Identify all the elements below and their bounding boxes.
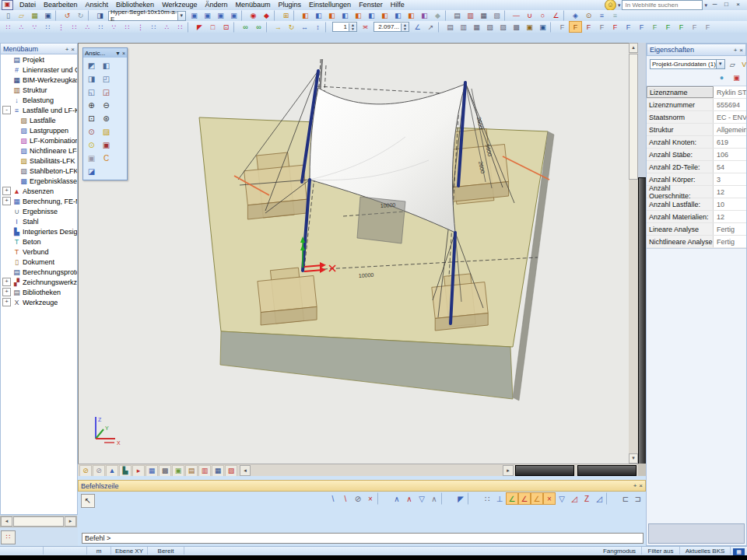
- loadcase-tool-icon[interactable]: ◧: [312, 10, 325, 22]
- draw-line-icon[interactable]: —: [510, 10, 523, 22]
- print-preview-icon[interactable]: ◨: [93, 10, 107, 22]
- result-flag-icon[interactable]: F: [661, 21, 675, 33]
- node-copy-icon[interactable]: ∵: [107, 21, 121, 33]
- new-file-icon[interactable]: ▯: [2, 10, 15, 22]
- tree-item-lf-kombinationen[interactable]: ▨ LF-Kombinationen: [1, 135, 77, 145]
- views-floating-toolbar[interactable]: Ansic... ▼ × ◩◧◨◰◱◲⊕⊖⊡⊛⊙▨⊙▣▣C◪: [82, 47, 128, 180]
- grid-snap-icon[interactable]: ∷: [481, 492, 493, 505]
- result-flag-icon[interactable]: F: [701, 21, 714, 33]
- previous-view-icon[interactable]: ▨: [99, 125, 114, 138]
- property-row[interactable]: Lizenzname Ryklin STATIK: [647, 86, 746, 99]
- tree-item-struktur[interactable]: ▥ Struktur: [1, 85, 77, 95]
- zoom-all-icon[interactable]: ⊛: [99, 112, 114, 125]
- toolbar-icon[interactable]: [88, 10, 93, 21]
- pin-icon[interactable]: +: [633, 482, 637, 489]
- incline-icon[interactable]: ◿: [568, 492, 580, 505]
- grid-tab-icon[interactable]: ▧: [225, 465, 237, 477]
- scale-spinner[interactable]: 2.097... ▲▼: [374, 22, 409, 32]
- snap-icon[interactable]: [468, 492, 480, 505]
- snap-near-icon[interactable]: ∧: [428, 492, 440, 505]
- loadcase-tool-icon[interactable]: ◧: [325, 10, 338, 22]
- tree-item-projekt[interactable]: ▤ Projekt: [1, 54, 77, 65]
- lightning-icon[interactable]: V: [738, 58, 747, 70]
- save-all-icon[interactable]: ▦: [28, 10, 41, 22]
- delta-snap-icon[interactable]: ×: [543, 492, 556, 505]
- status-segment[interactable]: Aktuelles BKS: [680, 547, 731, 555]
- visibility-all-icon[interactable]: ∞: [252, 21, 265, 33]
- result-flag-icon[interactable]: F: [556, 21, 569, 33]
- property-row[interactable]: Anzahl Materialien: 12: [647, 211, 746, 223]
- result-flag-icon[interactable]: F: [569, 21, 582, 33]
- toolbar-icon[interactable]: [188, 22, 192, 33]
- polar-snap-icon[interactable]: ∠: [518, 492, 531, 505]
- combo-dropdown-icon[interactable]: ▼: [716, 60, 724, 68]
- pointer-mode-button[interactable]: ↖: [81, 494, 95, 508]
- tree-item-belastung[interactable]: ↓ Belastung: [1, 95, 77, 105]
- factor-spinner[interactable]: 1 ▲▼: [332, 22, 357, 32]
- loadcase-tool-icon[interactable]: ◧: [378, 10, 391, 22]
- red-doc-tab-icon[interactable]: ▥: [198, 465, 211, 477]
- render-mode-icon[interactable]: ▣: [523, 21, 536, 33]
- close-icon[interactable]: ×: [639, 482, 643, 489]
- property-row[interactable]: Struktur Allgemein XYZ: [647, 124, 746, 136]
- view-back-icon[interactable]: ◱: [84, 86, 99, 99]
- loadcase-tool-icon[interactable]: ◧: [365, 10, 378, 22]
- protocol-icon[interactable]: ▦: [477, 10, 490, 22]
- open-file-icon[interactable]: ▱: [15, 10, 28, 22]
- combo-dropdown-icon[interactable]: ▼: [177, 12, 185, 20]
- property-row[interactable]: Anzahl Querschnitte: 12: [647, 186, 746, 198]
- ruler-h-icon[interactable]: ⊏: [619, 492, 632, 505]
- viewport-3d[interactable]: 10000 10000 2600 5600 2600: [78, 43, 630, 464]
- minimize-button[interactable]: ─: [709, 0, 721, 10]
- tree-item-verbund[interactable]: T Verbund: [1, 247, 77, 257]
- clip-box-icon[interactable]: ▣: [99, 138, 114, 152]
- tree-expander-icon[interactable]: -: [2, 106, 11, 114]
- toolbar-icon[interactable]: [325, 22, 330, 33]
- clip-gray-icon[interactable]: ⊘: [93, 465, 105, 477]
- viewport-vertical-scrollbar[interactable]: ▴ ▾: [629, 43, 638, 464]
- node-copy-icon[interactable]: ∵: [28, 21, 41, 33]
- restore-button[interactable]: □: [721, 0, 732, 10]
- ortho-icon[interactable]: ⊥: [493, 492, 506, 505]
- toolbar-icon[interactable]: [563, 10, 568, 21]
- spin-down-icon[interactable]: ▼: [349, 27, 356, 31]
- scroll-right-icon[interactable]: ▸: [65, 516, 76, 527]
- tree-item-nichtlineare-lf[interactable]: ▨ Nichtlineare LF-Kombin: [1, 145, 77, 156]
- loadcase-tool-icon[interactable]: ◧: [352, 10, 365, 22]
- lamp-icon[interactable]: ⊙: [84, 138, 99, 152]
- command-input[interactable]: Befehl >: [82, 533, 644, 544]
- clip-gold-icon[interactable]: ⊘: [79, 465, 92, 477]
- render-mode-icon[interactable]: ▣: [536, 21, 549, 33]
- snap-intersect-icon[interactable]: ∧: [403, 492, 416, 505]
- select-special-icon[interactable]: ⊡: [219, 21, 233, 33]
- node-copy-icon[interactable]: ∴: [15, 21, 28, 33]
- menu-item[interactable]: Hilfe: [387, 0, 409, 10]
- rotate-icon[interactable]: ↻: [285, 21, 298, 33]
- mesh-tab-icon[interactable]: ▩: [159, 465, 171, 477]
- ucs-icon[interactable]: C: [99, 152, 114, 165]
- list-pages-icon[interactable]: ≡: [608, 10, 622, 22]
- snap-endpoint-icon[interactable]: \: [339, 492, 352, 505]
- tree-item-stabilitaets-lfk[interactable]: ▨ Stabilitäts-LFK: [1, 156, 77, 166]
- tree-expander-icon[interactable]: +: [2, 278, 11, 286]
- scroll-up-icon[interactable]: ▴: [629, 43, 638, 53]
- toolbar-icon[interactable]: [274, 10, 279, 21]
- menu-item[interactable]: Fenster: [355, 0, 387, 10]
- loadcase-tool-icon[interactable]: ◧: [391, 10, 405, 22]
- result-flag-icon[interactable]: F: [675, 21, 688, 33]
- tree-expander-icon[interactable]: +: [2, 187, 11, 195]
- scroll-down-icon[interactable]: ▾: [629, 453, 638, 464]
- snap-icon[interactable]: [441, 492, 454, 505]
- loadcase-tool-icon[interactable]: ◧: [299, 10, 312, 22]
- model-selector-combo[interactable]: Hyper-Segel-10x10m-a-E▼: [108, 11, 186, 21]
- tree-item-werkzeuge[interactable]: + X Werkzeuge: [1, 297, 77, 307]
- tree-corner-button[interactable]: ∷: [1, 530, 16, 544]
- bks-icon[interactable]: ▦: [733, 548, 745, 555]
- loadcase-tool-icon[interactable]: ◧: [338, 10, 352, 22]
- tree-item-bibliotheken[interactable]: + ▤ Bibliotheken: [1, 287, 77, 297]
- draw-angle-icon[interactable]: ∠: [549, 10, 563, 22]
- ruler-v-icon[interactable]: ⊐: [632, 492, 644, 505]
- property-row[interactable]: Staatsnorm EC - ENV: [647, 111, 746, 124]
- search-dropdown-icon[interactable]: ▾: [704, 2, 707, 9]
- property-row[interactable]: Anzahl Lastfälle: 10: [647, 198, 746, 211]
